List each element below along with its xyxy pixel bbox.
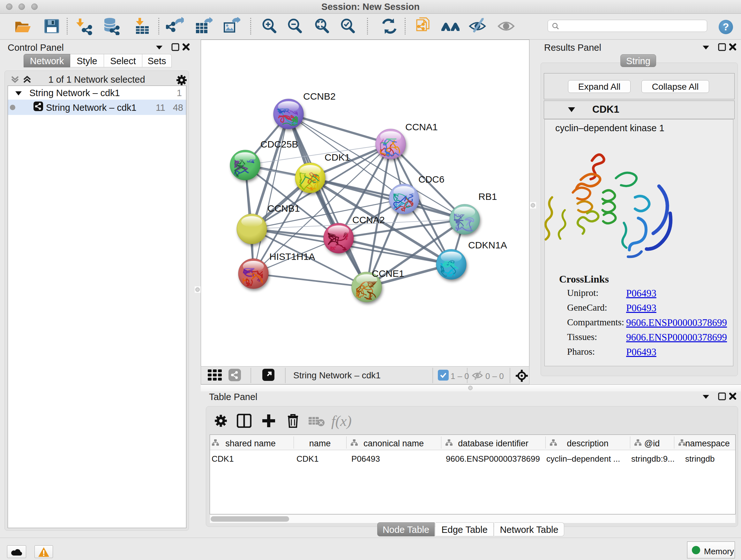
- svg-text:CDK1: CDK1: [325, 152, 350, 163]
- svg-text:CCNE1: CCNE1: [372, 268, 404, 279]
- svg-text:CCNB1: CCNB1: [267, 203, 300, 213]
- svg-text:HIST1H1A: HIST1H1A: [269, 251, 315, 262]
- svg-text:CDC25B: CDC25B: [260, 139, 298, 149]
- svg-text:CDC6: CDC6: [418, 174, 445, 185]
- svg-text:CCNB2: CCNB2: [303, 91, 336, 102]
- svg-text:CCNA2: CCNA2: [352, 214, 385, 225]
- svg-text:CDKN1A: CDKN1A: [468, 240, 507, 250]
- svg-text:CCNA1: CCNA1: [405, 122, 438, 132]
- svg-text:RB1: RB1: [478, 191, 497, 202]
